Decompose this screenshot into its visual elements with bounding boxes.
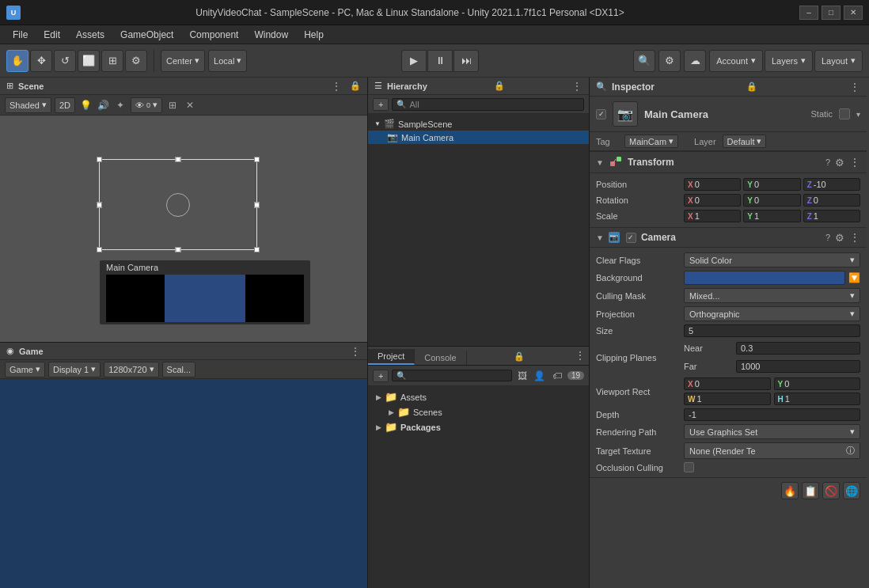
clear-flags-dropdown[interactable]: Solid Color ▾ <box>684 252 860 267</box>
fx-button[interactable]: ✦ <box>113 98 127 112</box>
center-dropdown[interactable]: Center ▾ <box>161 50 205 72</box>
object-active-checkbox[interactable]: ✓ <box>596 109 606 119</box>
depth-field[interactable]: -1 <box>684 408 860 421</box>
hierarchy-lock[interactable]: 🔒 <box>494 81 505 91</box>
cloud-button[interactable]: ☁ <box>684 50 706 72</box>
shaded-dropdown[interactable]: Shaded ▾ <box>5 97 51 113</box>
pause-button[interactable]: ⏸ <box>427 50 453 72</box>
close-scene-button[interactable]: ✕ <box>183 98 197 112</box>
camera-help-icon[interactable]: ? <box>825 233 830 242</box>
folder-scenes[interactable]: ▶ 📁 Scenes <box>371 404 586 419</box>
2d-button[interactable]: 2D <box>55 97 75 113</box>
project-tag-icon[interactable]: 🏷 <box>550 369 564 383</box>
transform-help-icon[interactable]: ? <box>825 157 830 167</box>
menu-gameobject[interactable]: GameObject <box>114 28 180 42</box>
menu-help[interactable]: Help <box>298 28 330 42</box>
account-dropdown[interactable]: Account ▾ <box>709 50 763 72</box>
transform-header[interactable]: ▼ Transform ? ⚙ ⋮ <box>590 151 867 173</box>
vp-h-field[interactable]: H 1 <box>774 393 861 405</box>
vp-y-field[interactable]: Y 0 <box>774 377 861 390</box>
static-checkbox[interactable] <box>839 108 850 119</box>
bottom-icon-1[interactable]: 🔥 <box>781 482 799 499</box>
rotation-y-field[interactable]: Y 0 <box>743 194 800 207</box>
position-z-field[interactable]: Z -10 <box>803 178 860 191</box>
layout-dropdown[interactable]: Layout ▾ <box>814 50 863 72</box>
minimize-button[interactable]: – <box>799 6 818 20</box>
rotation-x-field[interactable]: X 0 <box>684 194 741 207</box>
search-button[interactable]: 🔍 <box>633 50 655 72</box>
tag-dropdown[interactable]: MainCam ▾ <box>624 135 678 148</box>
rotation-z-field[interactable]: Z 0 <box>803 194 860 207</box>
collab-button[interactable]: ⚙ <box>658 50 681 72</box>
menu-edit[interactable]: Edit <box>37 28 66 42</box>
scene-lock-icon[interactable]: 🔒 <box>350 81 361 91</box>
add-asset-button[interactable]: + <box>373 370 389 382</box>
gizmos-dropdown[interactable]: 👁0▾ <box>131 97 162 113</box>
size-field[interactable]: 5 <box>684 324 860 337</box>
menu-window[interactable]: Window <box>248 28 294 42</box>
rotate-tool[interactable]: ↺ <box>54 50 76 72</box>
inspector-lock[interactable]: 🔒 <box>746 82 757 92</box>
bottom-icon-2[interactable]: 📋 <box>802 482 819 499</box>
project-browse-icon[interactable]: 🖼 <box>515 369 529 383</box>
scene-menu-dots[interactable]: ⋮ <box>331 80 342 93</box>
game-display-dropdown[interactable]: Game ▾ <box>5 362 45 377</box>
tab-project[interactable]: Project <box>368 349 415 365</box>
transform-dots-icon[interactable]: ⋮ <box>849 156 860 169</box>
scale-z-field[interactable]: Z 1 <box>803 210 860 222</box>
near-field[interactable]: 0.3 <box>736 342 860 355</box>
target-texture-dropdown[interactable]: None (Render Te ⓘ <box>684 442 860 459</box>
rect-tool[interactable]: ⊞ <box>101 50 123 72</box>
folder-assets[interactable]: ▶ 📁 Assets <box>371 389 586 404</box>
hierarchy-scene[interactable]: ▼ 🎬 SampleScene <box>368 117 589 131</box>
inspector-menu-dots[interactable]: ⋮ <box>849 81 860 93</box>
add-hierarchy-button[interactable]: + <box>373 98 389 111</box>
vp-w-field[interactable]: W 1 <box>684 393 771 405</box>
close-button[interactable]: ✕ <box>844 6 863 20</box>
rendering-path-dropdown[interactable]: Use Graphics Set ▾ <box>684 424 860 439</box>
background-color-swatch[interactable] <box>684 271 845 285</box>
bottom-icon-3[interactable]: 🚫 <box>822 482 840 499</box>
local-dropdown[interactable]: Local ▾ <box>208 50 247 72</box>
tab-console[interactable]: Console <box>415 351 466 365</box>
hierarchy-menu-dots[interactable]: ⋮ <box>571 80 582 93</box>
step-button[interactable]: ⏭ <box>453 50 479 72</box>
transform-tool[interactable]: ⚙ <box>125 50 147 72</box>
far-field[interactable]: 1000 <box>736 360 860 373</box>
camera-settings-icon[interactable]: ⚙ <box>835 232 844 244</box>
static-arrow[interactable]: ▾ <box>856 110 860 119</box>
game-menu-dots[interactable]: ⋮ <box>350 345 361 358</box>
position-y-field[interactable]: Y 0 <box>743 178 800 191</box>
vp-x-field[interactable]: X 0 <box>684 377 771 390</box>
eyedropper-icon[interactable]: 🔽 <box>848 272 860 283</box>
game-viewport[interactable] <box>0 379 367 588</box>
scale-y-field[interactable]: Y 1 <box>743 210 800 222</box>
bottom-icon-4[interactable]: 🌐 <box>843 482 860 499</box>
grid-button[interactable]: ⊞ <box>165 98 180 112</box>
menu-file[interactable]: File <box>6 28 34 42</box>
audio-button[interactable]: 🔊 <box>96 98 110 112</box>
position-x-field[interactable]: X 0 <box>684 178 741 191</box>
transform-settings-icon[interactable]: ⚙ <box>835 157 844 169</box>
scale-x-field[interactable]: X 1 <box>684 210 741 222</box>
folder-packages[interactable]: ▶ 📁 Packages <box>371 419 586 434</box>
move-tool[interactable]: ✥ <box>30 50 52 72</box>
project-lock[interactable]: 🔒 <box>510 348 528 365</box>
camera-enabled-checkbox[interactable]: ✓ <box>626 233 636 243</box>
culling-mask-dropdown[interactable]: Mixed... ▾ <box>684 288 860 303</box>
display1-dropdown[interactable]: Display 1 ▾ <box>48 362 101 377</box>
project-menu-dots[interactable]: ⋮ <box>571 346 589 365</box>
maximize-button[interactable]: □ <box>822 6 841 20</box>
target-texture-info[interactable]: ⓘ <box>846 445 855 457</box>
layers-dropdown[interactable]: Layers ▾ <box>765 50 813 72</box>
scene-viewport[interactable]: Main Camera <box>0 116 367 342</box>
lighting-button[interactable]: 💡 <box>78 98 93 112</box>
hierarchy-camera[interactable]: 📷 Main Camera <box>368 131 589 144</box>
camera-component-header[interactable]: ▼ 📷 ✓ Camera ? ⚙ ⋮ <box>590 227 867 248</box>
occlusion-checkbox[interactable] <box>684 462 694 472</box>
camera-dots-icon[interactable]: ⋮ <box>849 231 860 244</box>
scale-tool[interactable]: ⬜ <box>78 50 100 72</box>
resolution-dropdown[interactable]: 1280x720 ▾ <box>104 362 158 377</box>
scale-dropdown[interactable]: Scal... <box>162 362 196 377</box>
project-people-icon[interactable]: 👤 <box>533 369 547 383</box>
